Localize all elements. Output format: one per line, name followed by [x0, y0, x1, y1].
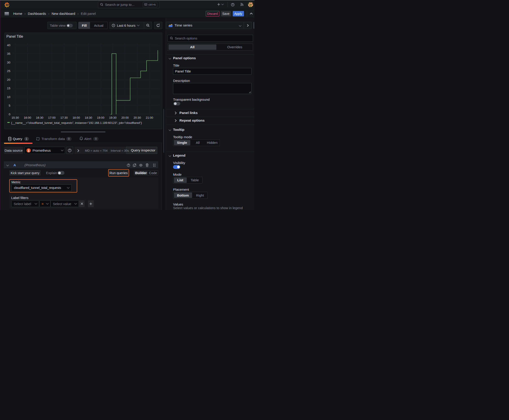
svg-text:5: 5: [8, 104, 10, 107]
svg-text:20:30: 20:30: [133, 116, 141, 119]
svg-text:17:00: 17:00: [48, 116, 55, 119]
svg-text:10: 10: [7, 95, 10, 99]
svg-text:16:00: 16:00: [23, 116, 31, 119]
svg-text:17:30: 17:30: [60, 116, 68, 119]
svg-text:0: 0: [8, 113, 10, 116]
svg-text:18:30: 18:30: [85, 116, 92, 119]
svg-text:20: 20: [7, 78, 10, 82]
svg-text:35: 35: [7, 52, 10, 55]
svg-text:25: 25: [7, 69, 10, 73]
svg-text:30: 30: [7, 61, 10, 64]
svg-text:21:00: 21:00: [146, 116, 153, 119]
svg-text:15:30: 15:30: [11, 116, 19, 119]
svg-text:19:30: 19:30: [109, 116, 116, 119]
svg-text:{__name__="cloudflared_tunnel_: {__name__="cloudflared_tunnel_total_requ…: [11, 121, 142, 125]
svg-text:20:00: 20:00: [121, 116, 129, 119]
svg-text:18:00: 18:00: [73, 116, 80, 119]
svg-text:15: 15: [7, 87, 10, 90]
svg-text:40: 40: [7, 44, 10, 47]
svg-text:16:30: 16:30: [36, 116, 43, 119]
svg-text:19:00: 19:00: [97, 116, 104, 119]
svg-text:Panel Title: Panel Title: [6, 35, 23, 38]
